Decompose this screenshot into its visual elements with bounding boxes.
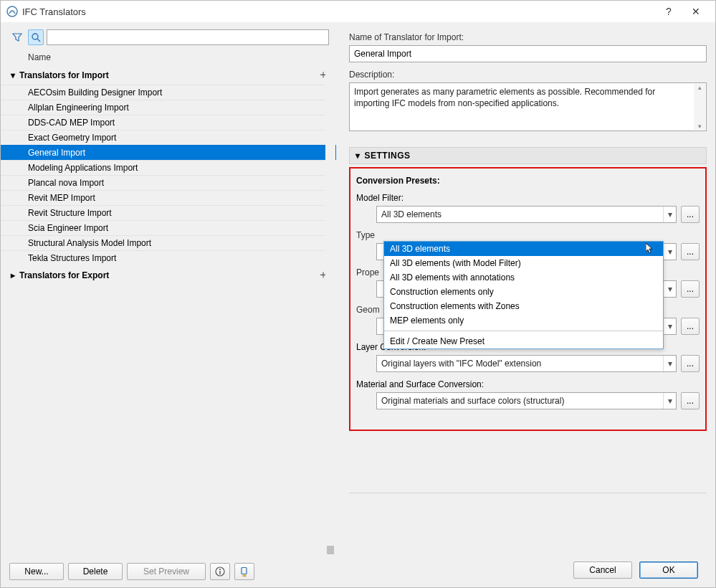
svg-point-0 — [7, 6, 17, 16]
group-label: Translators for Export — [19, 270, 109, 280]
group-import[interactable]: ▾ Translators for Import ＋ — [1, 65, 336, 85]
chevron-down-icon: ▾ — [663, 356, 676, 371]
translator-tree: ▾ Translators for Import ＋ AECOsim Build… — [1, 65, 336, 556]
cancel-button[interactable]: Cancel — [573, 561, 632, 579]
ok-button[interactable]: OK — [639, 561, 698, 579]
settings-label: SETTINGS — [365, 151, 411, 161]
model-filter-select[interactable]: All 3D elements ▾ — [376, 206, 677, 223]
list-item[interactable]: DDS-CAD MEP Import — [1, 115, 336, 130]
cursor-icon — [646, 243, 654, 257]
dropdown-edit-preset[interactable]: Edit / Create New Preset — [384, 334, 663, 348]
model-filter-options-button[interactable]: ... — [681, 206, 700, 223]
model-filter-value: All 3D elements — [377, 209, 663, 219]
export-icon[interactable] — [234, 563, 254, 580]
svg-line-2 — [37, 39, 40, 42]
help-button[interactable]: ? — [655, 6, 682, 17]
dialog-window: IFC Translators ? ✕ Name ▾ Translators f… — [0, 0, 716, 588]
chevron-down-icon: ▾ — [355, 151, 361, 161]
presets-title: Conversion Presets: — [356, 176, 700, 186]
material-options-button[interactable]: ... — [681, 392, 700, 409]
chevron-down-icon: ▾ — [663, 393, 676, 409]
material-select[interactable]: Original materials and surface colors (s… — [376, 392, 677, 409]
column-header-name: Name — [1, 49, 336, 65]
list-item[interactable]: Tekla Structures Import — [1, 250, 336, 265]
list-item[interactable]: Plancal nova Import — [1, 175, 336, 190]
svg-rect-5 — [219, 571, 220, 574]
dropdown-option[interactable]: Construction elements with Zones — [384, 299, 663, 313]
search-icon[interactable] — [28, 29, 44, 45]
conversion-presets-box: Conversion Presets: Model Filter: All 3D… — [349, 167, 707, 431]
description-text: Import generates as many parametric elem… — [350, 83, 706, 112]
group-label: Translators for Import — [19, 70, 109, 80]
list-item-selected[interactable]: General Import — [1, 145, 336, 160]
prope-options-button[interactable]: ... — [681, 280, 700, 298]
chevron-down-icon: ▾ — [663, 281, 676, 297]
left-bottom-bar: New... Delete Set Preview — [1, 556, 336, 587]
dialog-body: Name ▾ Translators for Import ＋ AECOsim … — [1, 22, 715, 587]
app-icon — [6, 6, 18, 17]
dropdown-option[interactable]: All 3D elements — [384, 242, 663, 256]
list-item[interactable]: Allplan Engineering Import — [1, 100, 336, 115]
svg-rect-6 — [242, 568, 247, 574]
chevron-right-icon: ▸ — [11, 270, 19, 280]
set-preview-button[interactable]: Set Preview — [127, 563, 206, 580]
delete-button[interactable]: Delete — [68, 563, 123, 580]
chevron-down-icon: ▾ — [663, 244, 676, 260]
layer-value: Original layers with "IFC Model" extensi… — [377, 359, 663, 369]
material-label: Material and Surface Conversion: — [356, 379, 700, 389]
left-panel: Name ▾ Translators for Import ＋ AECOsim … — [1, 22, 336, 587]
info-icon[interactable] — [210, 563, 230, 580]
group-export[interactable]: ▸ Translators for Export ＋ — [1, 265, 336, 285]
tree-scrollbar[interactable] — [325, 65, 335, 556]
dropdown-option[interactable]: All 3D elements with annotations — [384, 270, 663, 285]
divider — [349, 493, 707, 493]
search-input[interactable] — [47, 29, 329, 45]
dropdown-option[interactable]: Construction elements only — [384, 285, 663, 299]
description-label: Description: — [349, 70, 707, 80]
left-toolbar — [1, 22, 336, 49]
name-label: Name of Translator for Import: — [349, 32, 707, 42]
list-item[interactable]: Modeling Applications Import — [1, 160, 336, 175]
description-textarea[interactable]: Import generates as many parametric elem… — [349, 82, 707, 131]
material-row: Material and Surface Conversion: Origina… — [356, 379, 700, 409]
type-label: Type — [356, 230, 700, 240]
list-item[interactable]: Exact Geometry Import — [1, 130, 336, 145]
geom-options-button[interactable]: ... — [681, 318, 700, 335]
list-item[interactable]: Scia Engineer Import — [1, 220, 336, 235]
textarea-scrollbar[interactable]: ▴▾ — [694, 84, 705, 130]
list-item[interactable]: Structural Analysis Model Import — [1, 235, 336, 250]
new-button[interactable]: New... — [9, 563, 64, 580]
dropdown-separator — [384, 331, 663, 331]
dropdown-option[interactable]: All 3D elements (with Model Filter) — [384, 256, 663, 270]
close-button[interactable]: ✕ — [682, 6, 710, 17]
translator-name-input[interactable] — [349, 45, 707, 62]
chevron-down-icon: ▾ — [663, 318, 676, 334]
list-item[interactable]: Revit MEP Import — [1, 190, 336, 205]
svg-point-1 — [32, 34, 38, 39]
model-filter-row: Model Filter: All 3D elements ▾ ... All … — [356, 193, 700, 223]
titlebar: IFC Translators ? ✕ — [1, 1, 715, 22]
layer-options-button[interactable]: ... — [681, 355, 700, 372]
model-filter-dropdown: All 3D elements All 3D elements (with Mo… — [383, 241, 664, 349]
list-item[interactable]: Revit Structure Import — [1, 205, 336, 220]
right-bottom-bar: Cancel OK — [349, 554, 707, 587]
material-value: Original materials and surface colors (s… — [377, 396, 663, 406]
model-filter-label: Model Filter: — [356, 193, 700, 203]
dropdown-option[interactable]: MEP elements only — [384, 313, 663, 328]
scrollbar-thumb[interactable] — [327, 546, 334, 554]
chevron-down-icon: ▾ — [663, 207, 676, 222]
chevron-down-icon: ▾ — [11, 70, 19, 80]
type-options-button[interactable]: ... — [681, 243, 700, 260]
settings-header[interactable]: ▾ SETTINGS — [349, 147, 707, 164]
right-panel: Name of Translator for Import: Descripti… — [336, 22, 715, 587]
svg-point-4 — [219, 569, 221, 570]
filter-icon[interactable] — [9, 29, 25, 45]
dialog-title: IFC Translators — [22, 6, 655, 17]
layer-select[interactable]: Original layers with "IFC Model" extensi… — [376, 355, 677, 372]
list-item[interactable]: AECOsim Building Designer Import — [1, 85, 336, 100]
